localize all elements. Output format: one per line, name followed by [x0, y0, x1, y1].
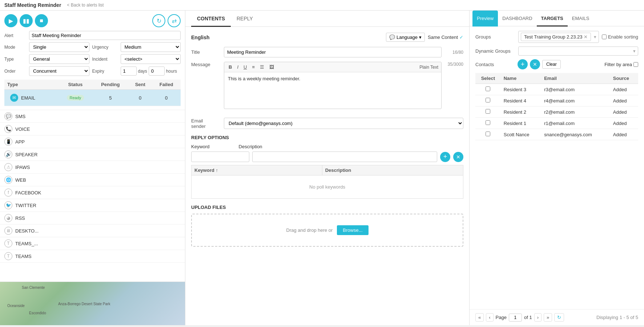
keyword-input[interactable] [191, 152, 249, 162]
mode-select[interactable]: Single [29, 42, 89, 52]
web-label: WEB [15, 177, 26, 183]
table-row[interactable]: Resident 3 r3@email.com Added [475, 84, 638, 95]
top-bar: Staff Meeting Reminder < Back to alerts … [0, 0, 644, 11]
plain-text-button[interactable]: Plain Text [419, 65, 438, 70]
upload-text: Drag and drop here or [286, 227, 333, 233]
expiry-hours-input[interactable] [149, 66, 165, 76]
message-body[interactable]: This is a weekly meeting reminder. [224, 72, 441, 109]
contact-checkbox[interactable] [486, 86, 490, 91]
clear-button[interactable]: Clear [542, 60, 561, 69]
type-select[interactable]: General [29, 54, 89, 64]
channel-list: 💬 SMS 📞 VOICE 📱 APP 🔊 SPEAKER ⚠ IPAWS 🌐 [0, 110, 185, 282]
toolbar-row: ▶ ▮▮ ■ ↻ ⇄ [4, 14, 181, 27]
incident-select[interactable]: <select> [121, 54, 181, 64]
table-row[interactable]: Scott Nance snance@genasys.com Added [475, 129, 638, 140]
browse-button[interactable]: Browse... [337, 225, 368, 235]
upload-area[interactable]: Drag and drop here or Browse... [191, 214, 463, 247]
chat-icon: 💬 [389, 35, 395, 40]
tab-preview[interactable]: Preview [472, 11, 498, 27]
language-right: 💬 Language ▾ Same Content ✓ [386, 33, 463, 42]
dynamic-groups-input[interactable]: ▾ [518, 47, 638, 56]
channel-voice[interactable]: 📞 VOICE [0, 123, 185, 136]
contact-checkbox[interactable] [486, 120, 490, 125]
description-input[interactable] [252, 152, 437, 162]
page-input[interactable] [509, 314, 522, 322]
title-input[interactable] [224, 47, 442, 57]
expiry-days-input[interactable] [121, 66, 137, 76]
channel-teams[interactable]: T TEAMS [0, 250, 185, 263]
unordered-list-button[interactable]: ☰ [258, 64, 266, 70]
no-keywords-row: No poll keywords [192, 175, 463, 199]
table-row[interactable]: Resident 4 r4@email.com Added [475, 95, 638, 106]
contact-checkbox[interactable] [486, 109, 490, 114]
main-layout: ▶ ▮▮ ■ ↻ ⇄ Alert Mode Single Urgency [0, 11, 644, 325]
bold-button[interactable]: B [227, 64, 233, 70]
contact-email: r3@email.com [541, 84, 610, 95]
pause-button[interactable]: ▮▮ [20, 14, 33, 27]
image-button[interactable]: 🖼 [268, 64, 275, 70]
add-keyword-button[interactable]: + [440, 152, 450, 162]
underline-button[interactable]: U [242, 64, 248, 70]
channel-rss[interactable]: ◕ RSS [0, 212, 185, 225]
clear-keyword-button[interactable]: ✕ [453, 152, 463, 162]
groups-value: Test Training Group 2.23.23 ✕ ▾ [518, 31, 599, 43]
filter-checkbox[interactable] [633, 62, 638, 67]
italic-button[interactable]: I [236, 64, 240, 70]
back-link[interactable]: < Back to alerts list [67, 3, 104, 8]
refresh-page-button[interactable]: ↻ [554, 313, 564, 322]
add-contact-button[interactable]: + [518, 59, 528, 69]
days-label: days [138, 69, 147, 74]
share-button[interactable]: ⇄ [168, 14, 181, 27]
enable-sorting-label: Enable sorting [608, 34, 638, 40]
page-of-label: of 1 [524, 315, 532, 320]
tab-reply[interactable]: REPLY [231, 11, 259, 27]
refresh-button[interactable]: ↻ [152, 14, 165, 27]
stop-button[interactable]: ■ [35, 14, 48, 27]
channel-teams-underscore[interactable]: T TEAMS_... [0, 237, 185, 250]
display-count: Displaying 1 - 5 of 5 [596, 315, 638, 320]
prev-page-button[interactable]: ‹ [486, 313, 493, 322]
sms-label: SMS [15, 114, 25, 119]
channel-web[interactable]: 🌐 WEB [0, 174, 185, 186]
tab-targets[interactable]: TARGETS [537, 11, 568, 27]
email-sender-select[interactable]: Default (demo@genasys.com) [224, 118, 463, 129]
table-row[interactable]: Resident 1 r1@email.com Added [475, 118, 638, 129]
channel-sms[interactable]: 💬 SMS [0, 110, 185, 123]
first-page-button[interactable]: « [475, 313, 484, 322]
contact-checkbox[interactable] [486, 98, 490, 102]
contact-name: Resident 4 [501, 95, 541, 106]
alert-input[interactable] [29, 31, 181, 40]
group-tag-close[interactable]: ✕ [584, 34, 588, 40]
channel-speaker[interactable]: 🔊 SPEAKER [0, 148, 185, 161]
enable-sorting: Enable sorting [602, 34, 638, 40]
toolbar-left: ▶ ▮▮ ■ [4, 14, 48, 27]
col-sent: Sent [128, 80, 152, 90]
ipaws-label: IPAWS [15, 165, 30, 170]
contact-checkbox[interactable] [486, 132, 490, 136]
tab-dashboard[interactable]: DASHBOARD [498, 11, 536, 27]
play-button[interactable]: ▶ [4, 14, 17, 27]
last-page-button[interactable]: » [544, 313, 552, 322]
speaker-label: SPEAKER [15, 152, 37, 157]
tab-emails[interactable]: EMAILS [568, 11, 594, 27]
language-button[interactable]: 💬 Language ▾ [386, 33, 425, 42]
col-type: Type [4, 80, 59, 90]
channel-desktop[interactable]: 🖥 DESKTO... [0, 225, 185, 237]
enable-sorting-checkbox[interactable] [602, 35, 607, 39]
channel-ipaws[interactable]: ⚠ IPAWS [0, 161, 185, 174]
next-page-button[interactable]: › [534, 313, 542, 322]
order-select[interactable]: Concurrent [29, 66, 89, 76]
no-keywords-text: No poll keywords [192, 175, 463, 199]
table-row[interactable]: Resident 2 r2@email.com Added [475, 106, 638, 118]
remove-contact-button[interactable]: ✕ [530, 59, 540, 69]
groups-input-area[interactable]: Test Training Group 2.23.23 ✕ ▾ [518, 31, 599, 43]
channel-app[interactable]: 📱 APP [0, 136, 185, 148]
channel-twitter[interactable]: 🐦 TWITTER [0, 199, 185, 212]
contact-name: Resident 3 [501, 84, 541, 95]
urgency-select[interactable]: Medium [121, 42, 181, 52]
ordered-list-button[interactable]: ≡ [250, 64, 256, 70]
channel-facebook[interactable]: f FACEBOOK [0, 186, 185, 199]
table-row[interactable]: ✉ EMAIL Ready 5 0 0 [4, 90, 181, 106]
tab-contents[interactable]: CONTENTS [191, 11, 231, 27]
twitter-label: TWITTER [15, 203, 36, 208]
